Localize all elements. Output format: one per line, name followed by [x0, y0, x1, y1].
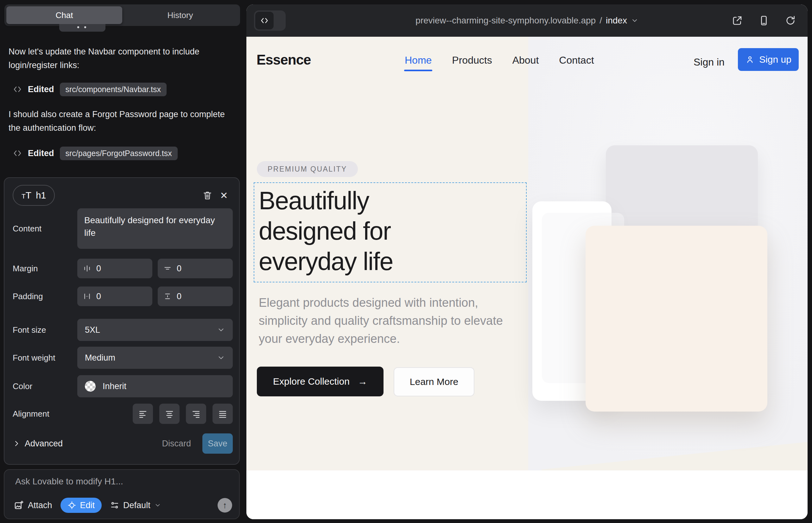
margin-y-input[interactable]: [176, 264, 199, 274]
nav-contact[interactable]: Contact: [559, 54, 594, 66]
hero-paragraph: Elegant products designed with intention…: [259, 294, 512, 348]
chevron-down-icon: [154, 502, 161, 509]
color-select[interactable]: Inherit: [77, 375, 233, 397]
close-icon: ✕: [220, 190, 228, 201]
nav-products[interactable]: Products: [452, 54, 492, 66]
view-mode-toggle[interactable]: [254, 11, 286, 31]
padding-horizontal-icon: [83, 292, 91, 301]
hero-heading[interactable]: Beautifully designed for everyday life: [259, 185, 393, 277]
padding-vertical-icon: [163, 292, 172, 301]
align-center-icon: [165, 409, 174, 418]
learn-more-button[interactable]: Learn More: [394, 367, 474, 396]
font-weight-select[interactable]: Medium: [77, 347, 233, 369]
url-separator: /: [600, 16, 602, 26]
padding-y-input[interactable]: [176, 291, 199, 302]
decor-card-cream: [586, 226, 767, 412]
sliders-icon: [110, 501, 119, 510]
text-type-icon: TT: [21, 190, 31, 201]
font-weight-label: Font weight: [13, 353, 77, 363]
nav-home[interactable]: Home: [405, 54, 432, 66]
margin-y-field[interactable]: [158, 259, 233, 278]
align-center-button[interactable]: [159, 404, 180, 424]
code-icon: [13, 85, 22, 94]
font-weight-value: Medium: [85, 353, 115, 363]
site-logo[interactable]: Essence: [257, 52, 311, 68]
element-tag-badge[interactable]: TT h1: [13, 185, 55, 206]
chat-history-tabs: Chat History: [4, 4, 240, 26]
attach-button[interactable]: Attach: [14, 500, 52, 510]
mobile-preview-button[interactable]: [758, 14, 770, 27]
file-chip[interactable]: src/components/Navbar.tsx: [60, 83, 167, 96]
edited-label: Edited: [28, 148, 54, 158]
align-justify-button[interactable]: [212, 404, 233, 424]
align-right-icon: [191, 409, 201, 418]
advanced-toggle[interactable]: Advanced: [13, 439, 63, 449]
code-view-segment[interactable]: [255, 12, 273, 30]
align-left-button[interactable]: [133, 404, 153, 424]
target-icon: [68, 501, 76, 510]
tab-history[interactable]: History: [122, 6, 238, 24]
arrow-up-icon: ↑: [223, 501, 227, 510]
delete-element-button[interactable]: [199, 187, 216, 203]
preview-panel: preview--charming-site-symphony.lovable.…: [246, 4, 808, 519]
save-button[interactable]: Save: [202, 433, 233, 454]
content-label: Content: [13, 224, 77, 234]
close-editor-button[interactable]: ✕: [216, 187, 232, 203]
margin-horizontal-icon: [83, 264, 91, 273]
preview-toolbar: preview--charming-site-symphony.lovable.…: [246, 4, 808, 37]
font-size-value: 5XL: [85, 325, 100, 335]
refresh-button[interactable]: [784, 14, 797, 27]
padding-x-input[interactable]: [96, 291, 119, 302]
align-justify-icon: [218, 409, 227, 418]
signup-label: Sign up: [759, 54, 791, 65]
color-swatch-transparent: [85, 381, 96, 392]
hero-section: Essence Home Products About Contact Sign…: [246, 37, 808, 470]
hero-heading-line: Beautifully: [259, 185, 393, 216]
nav-about[interactable]: About: [512, 54, 539, 66]
open-in-new-tab-button[interactable]: [731, 14, 744, 27]
element-editor-panel: TT h1 ✕ Content Beautifully designed for…: [4, 177, 240, 465]
margin-x-input[interactable]: [96, 264, 119, 274]
margin-x-field[interactable]: [77, 259, 152, 278]
padding-x-field[interactable]: [77, 287, 152, 306]
alignment-label: Alignment: [13, 409, 77, 419]
chat-composer: Attach Edit Default ↑: [4, 469, 240, 519]
align-right-button[interactable]: [186, 404, 206, 424]
edited-file-row[interactable]: Edited src/components/Navbar.tsx: [13, 82, 166, 97]
send-button[interactable]: ↑: [217, 498, 232, 512]
font-size-select[interactable]: 5XL: [77, 319, 233, 341]
attach-label: Attach: [28, 501, 52, 510]
refresh-icon: [785, 15, 796, 26]
edited-file-row[interactable]: Edited src/pages/ForgotPassword.tsx: [13, 146, 178, 161]
element-tag-label: h1: [36, 190, 46, 201]
mode-select[interactable]: Default: [110, 501, 161, 510]
content-input[interactable]: Beautifully designed for everyday life: [77, 208, 233, 249]
signup-button[interactable]: Sign up: [738, 48, 799, 71]
tab-chat[interactable]: Chat: [6, 6, 122, 24]
file-chip[interactable]: src/pages/ForgotPassword.tsx: [60, 147, 178, 160]
padding-label: Padding: [13, 292, 77, 301]
premium-quality-badge: PREMIUM QUALITY: [257, 161, 358, 177]
padding-y-field[interactable]: [158, 287, 233, 306]
url-page: index: [606, 16, 627, 26]
signin-link[interactable]: Sign in: [693, 56, 725, 68]
color-value: Inherit: [103, 381, 126, 391]
site-preview: Essence Home Products About Contact Sign…: [246, 37, 808, 519]
chevron-down-icon: [217, 326, 225, 334]
url-breadcrumb[interactable]: preview--charming-site-symphony.lovable.…: [416, 4, 638, 37]
trash-icon: [202, 190, 212, 200]
external-link-icon: [731, 15, 743, 26]
mobile-icon: [758, 15, 770, 26]
advanced-label: Advanced: [25, 439, 63, 449]
hero-heading-line: designed for: [259, 216, 393, 246]
code-icon: [13, 148, 22, 158]
explore-label: Explore Collection: [273, 376, 350, 387]
explore-collection-button[interactable]: Explore Collection →: [257, 366, 384, 396]
discard-button[interactable]: Discard: [162, 439, 191, 449]
margin-vertical-icon: [163, 264, 172, 273]
chat-message: Now let's update the Navbar component to…: [8, 45, 233, 72]
margin-label: Margin: [13, 264, 77, 273]
edit-mode-button[interactable]: Edit: [60, 498, 102, 513]
composer-input[interactable]: [15, 476, 225, 487]
site-nav: Home Products About Contact: [405, 54, 594, 66]
